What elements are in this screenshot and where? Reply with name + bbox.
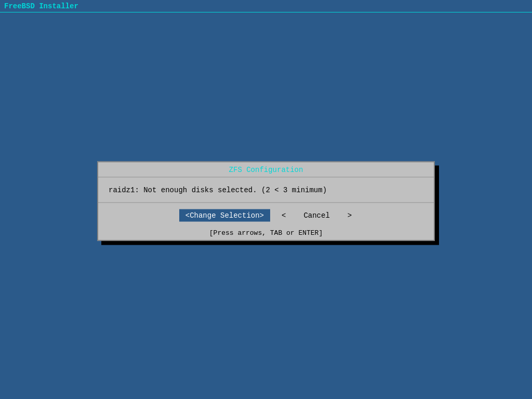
right-arrow-button[interactable]: > <box>347 209 353 222</box>
cancel-button[interactable]: Cancel <box>297 209 336 222</box>
dialog: ZFS Configuration raidz1: Not enough dis… <box>97 162 435 241</box>
dialog-title: ZFS Configuration <box>98 163 434 178</box>
change-selection-button[interactable]: <Change Selection> <box>179 209 270 222</box>
dialog-message: raidz1: Not enough disks selected. (2 < … <box>98 178 434 203</box>
dialog-buttons: <Change Selection> < Cancel > <box>98 203 434 228</box>
title-bar: FreeBSD Installer <box>0 0 532 12</box>
left-arrow-button[interactable]: < <box>281 209 287 222</box>
dialog-container: ZFS Configuration raidz1: Not enough dis… <box>97 162 435 241</box>
dialog-hint: [Press arrows, TAB or ENTER] <box>98 228 434 240</box>
app-title: FreeBSD Installer <box>4 2 78 10</box>
